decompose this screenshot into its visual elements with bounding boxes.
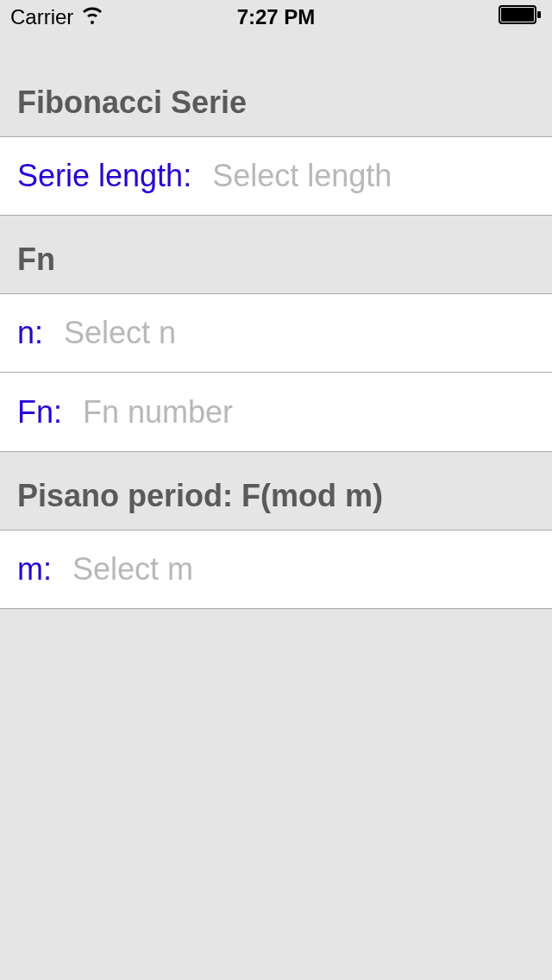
m-label: m:	[17, 551, 52, 587]
svg-rect-1	[501, 8, 534, 22]
serie-length-label: Serie length:	[17, 158, 191, 194]
cell-m[interactable]: m:	[0, 530, 552, 609]
status-left: Carrier	[10, 5, 104, 29]
serie-length-input[interactable]	[212, 158, 552, 194]
n-input[interactable]	[64, 315, 535, 351]
content-area: Fibonacci Serie Serie length: Fn n: Fn: …	[0, 59, 552, 609]
wifi-icon	[80, 5, 104, 29]
status-time: 7:27 PM	[237, 5, 316, 29]
status-bar: Carrier 7:27 PM	[0, 0, 552, 35]
section-header-fibonacci: Fibonacci Serie	[0, 59, 552, 136]
m-input[interactable]	[72, 551, 535, 587]
fn-input[interactable]	[83, 394, 535, 430]
cell-serie-length[interactable]: Serie length:	[0, 136, 552, 216]
cell-fn[interactable]: Fn:	[0, 373, 552, 452]
battery-icon	[499, 5, 542, 29]
n-label: n:	[17, 315, 43, 351]
section-header-pisano: Pisano period: F(mod m)	[0, 452, 552, 530]
fn-label: Fn:	[17, 394, 62, 430]
section-header-fn: Fn	[0, 216, 552, 293]
status-right	[499, 5, 542, 29]
cell-n[interactable]: n:	[0, 293, 552, 373]
carrier-label: Carrier	[10, 5, 73, 29]
svg-rect-2	[537, 11, 541, 18]
